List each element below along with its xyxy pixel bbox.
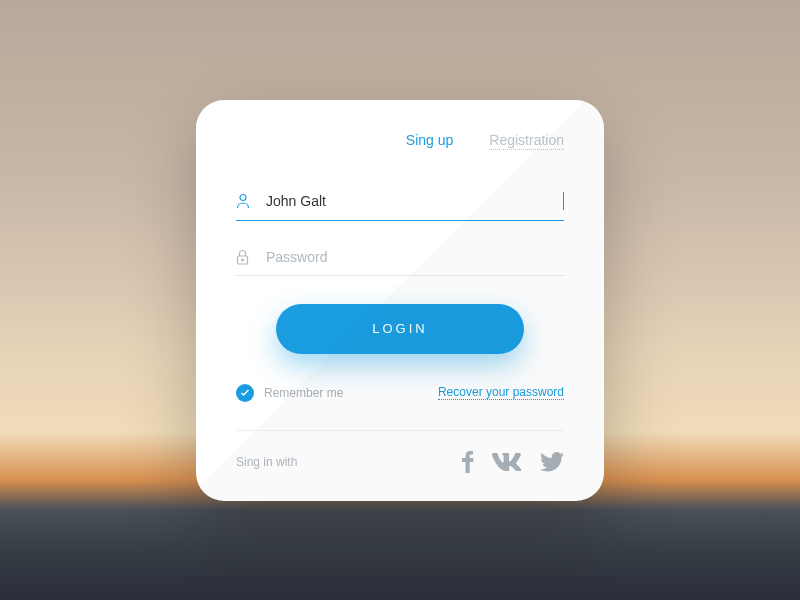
options-row: Remember me Recover your password	[236, 384, 564, 402]
social-row: Sing in with	[236, 451, 564, 473]
twitter-icon[interactable]	[540, 452, 564, 472]
divider	[236, 430, 564, 431]
login-button[interactable]: LOGIN	[276, 304, 524, 354]
password-field-wrapper	[236, 239, 564, 276]
username-input[interactable]	[258, 193, 565, 209]
login-card: Sing up Registration LOGIN Rem	[196, 100, 604, 501]
remember-me-checkbox[interactable]: Remember me	[236, 384, 343, 402]
tab-signup[interactable]: Sing up	[406, 132, 453, 150]
tab-registration[interactable]: Registration	[489, 132, 564, 150]
svg-point-2	[242, 259, 244, 261]
recover-password-link[interactable]: Recover your password	[438, 385, 564, 400]
password-input[interactable]	[258, 249, 564, 265]
username-field-wrapper	[236, 182, 564, 221]
vk-icon[interactable]	[492, 453, 522, 471]
social-label: Sing in with	[236, 455, 297, 469]
text-cursor	[563, 192, 564, 210]
social-icons	[462, 451, 564, 473]
auth-tabs: Sing up Registration	[236, 132, 564, 150]
user-icon	[236, 193, 258, 209]
lock-icon	[236, 249, 258, 265]
facebook-icon[interactable]	[462, 451, 474, 473]
remember-label: Remember me	[264, 386, 343, 400]
svg-point-0	[240, 194, 246, 200]
check-icon	[236, 384, 254, 402]
